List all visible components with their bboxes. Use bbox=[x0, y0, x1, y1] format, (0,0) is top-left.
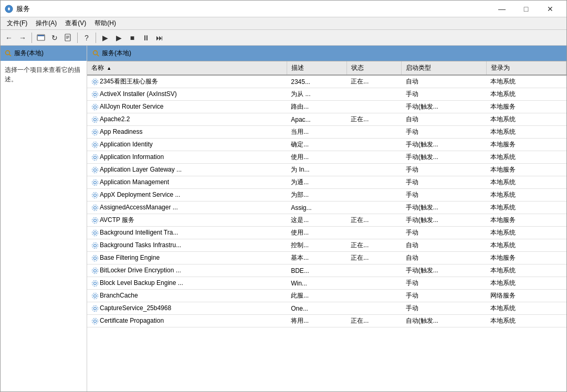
stop-button[interactable]: ■ bbox=[126, 31, 139, 44]
service-login-cell: 本地系统 bbox=[486, 202, 566, 214]
col-header-login[interactable]: 登录为 bbox=[486, 61, 566, 75]
service-startup-cell: 手动(触发... bbox=[402, 264, 487, 277]
service-name: Background Intelligent Tra... bbox=[100, 229, 178, 236]
panel-header: 服务(本地) bbox=[87, 46, 566, 61]
service-login-cell: 本地服务 bbox=[486, 139, 566, 151]
svg-point-40 bbox=[92, 242, 98, 248]
export-button[interactable] bbox=[62, 31, 75, 44]
gear-icon bbox=[91, 192, 99, 199]
service-login-cell: 本地系统 bbox=[486, 176, 566, 189]
table-row[interactable]: Block Level Backup Engine ...Win...手动本地系… bbox=[87, 277, 566, 290]
maximize-button[interactable]: □ bbox=[514, 1, 538, 17]
back-button[interactable]: ← bbox=[3, 31, 15, 44]
service-status-cell bbox=[346, 164, 402, 176]
service-login-cell: 本地系统 bbox=[486, 277, 566, 290]
menu-bar: 文件(F) 操作(A) 查看(V) 帮助(H) bbox=[1, 17, 566, 30]
svg-point-16 bbox=[92, 91, 98, 97]
service-login-cell: 本地系统 bbox=[486, 227, 566, 239]
sidebar-header: 服务(本地) bbox=[1, 46, 87, 61]
table-row[interactable]: AppX Deployment Service ...为部...手动本地系统 bbox=[87, 189, 566, 202]
service-startup-cell: 自动 bbox=[402, 75, 487, 88]
service-name-cell: AllJoyn Router Service bbox=[87, 101, 287, 113]
table-row[interactable]: Background Tasks Infrastru...控制...正在...自… bbox=[87, 239, 566, 252]
table-row[interactable]: BitLocker Drive Encryption ...BDE...手动(触… bbox=[87, 264, 566, 277]
main-area: 服务(本地) 选择一个项目来查看它的描述。 服务(本地) bbox=[1, 46, 566, 391]
menu-action[interactable]: 操作(A) bbox=[32, 18, 61, 29]
service-status-cell bbox=[346, 101, 402, 113]
table-row[interactable]: Certificate Propagation将用...正在...自动(触发..… bbox=[87, 315, 566, 327]
svg-point-32 bbox=[92, 192, 98, 198]
table-row[interactable]: Application Layer Gateway ...为 In...手动本地… bbox=[87, 164, 566, 176]
service-name-cell: Base Filtering Engine bbox=[87, 252, 287, 264]
service-name: ActiveX Installer (AxInstSV) bbox=[100, 90, 177, 98]
svg-point-26 bbox=[92, 154, 98, 160]
svg-point-29 bbox=[94, 181, 97, 184]
table-row[interactable]: 2345看图王核心服务2345...正在...自动本地系统 bbox=[87, 75, 566, 88]
svg-point-36 bbox=[92, 217, 98, 223]
table-row[interactable]: AVCTP 服务这是...正在...手动(触发...本地服务 bbox=[87, 214, 566, 227]
play-button[interactable]: ▶ bbox=[112, 31, 125, 44]
table-row[interactable]: Background Intelligent Tra...使用...手动本地系统 bbox=[87, 227, 566, 239]
menu-help[interactable]: 帮助(H) bbox=[90, 18, 120, 29]
service-login-cell: 本地服务 bbox=[486, 214, 566, 227]
svg-point-1 bbox=[8, 8, 10, 10]
svg-point-24 bbox=[92, 142, 98, 147]
table-row[interactable]: Application Information使用...手动(触发...本地系统 bbox=[87, 151, 566, 164]
services-list: 2345看图王核心服务2345...正在...自动本地系统 ActiveX In… bbox=[87, 75, 566, 327]
table-row[interactable]: Application Management为通...手动本地系统 bbox=[87, 176, 566, 189]
table-row[interactable]: ActiveX Installer (AxInstSV)为从 ...手动本地系统 bbox=[87, 88, 566, 101]
svg-rect-4 bbox=[38, 35, 44, 36]
service-desc-cell: Assig... bbox=[287, 202, 346, 214]
service-login-cell: 本地系统 bbox=[486, 75, 566, 88]
col-header-startup[interactable]: 启动类型 bbox=[402, 61, 487, 75]
table-row[interactable]: CaptureService_25b4968One...手动本地系统 bbox=[87, 302, 566, 315]
window-controls: — □ ✕ bbox=[490, 1, 562, 17]
table-row[interactable]: App Readiness当用...手动本地系统 bbox=[87, 126, 566, 139]
service-name: Apache2.2 bbox=[100, 115, 130, 123]
service-name-cell: 2345看图王核心服务 bbox=[87, 75, 287, 88]
gear-icon bbox=[91, 78, 99, 86]
pause-button[interactable]: ⏸ bbox=[140, 31, 152, 44]
forward-button[interactable]: → bbox=[16, 31, 29, 44]
service-name-cell: AVCTP 服务 bbox=[87, 214, 287, 227]
close-button[interactable]: ✕ bbox=[538, 1, 562, 17]
service-status-cell bbox=[346, 176, 402, 189]
sidebar-content: 选择一个项目来查看它的描述。 bbox=[1, 61, 87, 391]
col-header-status[interactable]: 状态 bbox=[346, 61, 402, 75]
help-button[interactable]: ? bbox=[80, 31, 93, 44]
table-row[interactable]: Apache2.2Apac...正在...自动本地系统 bbox=[87, 113, 566, 126]
service-status-cell: 正在... bbox=[346, 315, 402, 327]
table-row[interactable]: BranchCache此服...手动网络服务 bbox=[87, 290, 566, 302]
services-table-container[interactable]: 名称 ▲ 描述 状态 启动类型 bbox=[87, 61, 566, 391]
service-desc-cell: 将用... bbox=[287, 315, 346, 327]
minimize-button[interactable]: — bbox=[490, 1, 514, 17]
menu-view[interactable]: 查看(V) bbox=[61, 18, 90, 29]
menu-file[interactable]: 文件(F) bbox=[3, 18, 32, 29]
service-status-cell: 正在... bbox=[346, 113, 402, 126]
service-desc-cell: 确定... bbox=[287, 139, 346, 151]
svg-line-12 bbox=[97, 54, 99, 56]
col-header-name[interactable]: 名称 ▲ bbox=[87, 61, 287, 75]
service-name: App Readiness bbox=[100, 128, 142, 135]
col-header-desc[interactable]: 描述 bbox=[287, 61, 346, 75]
service-status-cell: 正在... bbox=[346, 214, 402, 227]
svg-point-33 bbox=[94, 206, 97, 209]
service-name-cell: CaptureService_25b4968 bbox=[87, 302, 287, 315]
table-row[interactable]: AllJoyn Router Service路由...手动(触发...本地服务 bbox=[87, 101, 566, 113]
service-startup-cell: 手动(触发... bbox=[402, 214, 487, 227]
service-status-cell bbox=[346, 88, 402, 101]
run-button[interactable]: ▶ bbox=[99, 31, 111, 44]
service-desc-cell: 此服... bbox=[287, 290, 346, 302]
refresh-button[interactable]: ↻ bbox=[48, 31, 61, 44]
restart-button[interactable]: ⏭ bbox=[153, 31, 166, 44]
service-name: BranchCache bbox=[100, 292, 138, 299]
service-desc-cell: 当用... bbox=[287, 126, 346, 139]
table-row[interactable]: Base Filtering Engine基本...正在...自动本地服务 bbox=[87, 252, 566, 264]
show-console-button[interactable] bbox=[35, 31, 47, 44]
service-login-cell: 网络服务 bbox=[486, 290, 566, 302]
table-row[interactable]: Application Identity确定...手动(触发...本地服务 bbox=[87, 139, 566, 151]
table-row[interactable]: AssignedAccessManager ...Assig...手动(触发..… bbox=[87, 202, 566, 214]
service-name-cell: BranchCache bbox=[87, 290, 287, 302]
service-startup-cell: 自动 bbox=[402, 239, 487, 252]
svg-point-46 bbox=[92, 280, 98, 286]
